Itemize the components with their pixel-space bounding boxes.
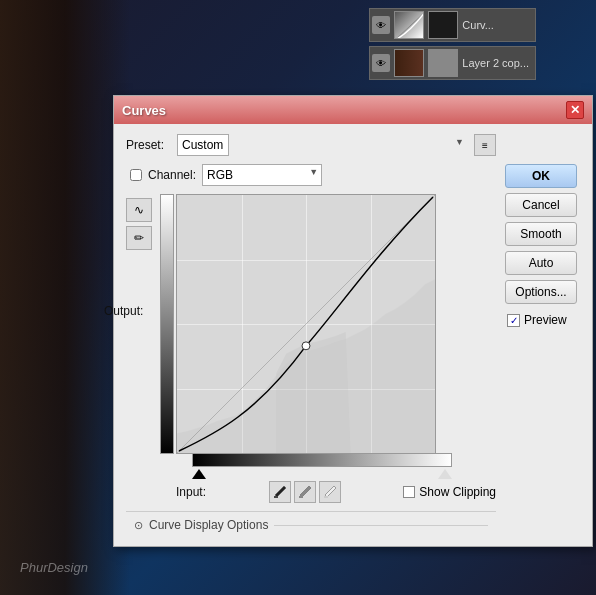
input-label: Input: — [176, 485, 206, 499]
right-buttons: OK Cancel Smooth Auto Options... ✓ Previ… — [505, 164, 580, 327]
eyedropper-group — [269, 481, 341, 503]
show-clipping-label: Show Clipping — [419, 485, 496, 499]
show-clipping-checkbox[interactable] — [403, 486, 415, 498]
auto-button[interactable]: Auto — [505, 251, 577, 275]
channel-select[interactable]: RGB Red Green Blue — [202, 164, 322, 186]
svg-point-2 — [302, 342, 310, 350]
preview-row: ✓ Preview — [505, 313, 580, 327]
layer-thumb-curves — [394, 11, 424, 39]
output-label: Output: — [104, 304, 143, 318]
curve-display-label: Curve Display Options — [149, 518, 268, 532]
preview-checkbox[interactable]: ✓ — [507, 314, 520, 327]
ok-button[interactable]: OK — [505, 164, 577, 188]
layer-eye-curves[interactable]: 👁 — [372, 16, 390, 34]
smooth-button[interactable]: Smooth — [505, 222, 577, 246]
layers-panel: 👁 Curv... 👁 Layer 2 cop... — [369, 8, 536, 80]
close-button[interactable]: ✕ — [566, 101, 584, 119]
layer-item-curves[interactable]: 👁 Curv... — [369, 8, 536, 42]
channel-check[interactable] — [130, 169, 142, 181]
cancel-button[interactable]: Cancel — [505, 193, 577, 217]
preset-select[interactable]: Custom — [177, 134, 229, 156]
curve-graph-area: Output: — [160, 194, 496, 503]
white-triangle-slider[interactable] — [438, 469, 452, 479]
dialog-body: Preset: Custom ≡ OK Cancel Smooth Auto O… — [114, 124, 592, 546]
dialog-content-area: OK Cancel Smooth Auto Options... ✓ Previ… — [126, 164, 580, 536]
channel-row: Channel: RGB Red Green Blue — [126, 164, 496, 186]
black-eyedropper[interactable] — [269, 481, 291, 503]
preset-select-wrapper: Custom — [177, 134, 468, 156]
show-clipping-area: Show Clipping — [403, 485, 496, 499]
watermark: PhurDesign — [20, 560, 88, 575]
channel-select-wrapper: RGB Red Green Blue — [202, 164, 322, 186]
layer-label-2: Layer 2 cop... — [462, 57, 529, 69]
triangle-sliders — [192, 467, 452, 479]
dialog-title: Curves — [122, 103, 166, 118]
svg-rect-5 — [324, 496, 328, 498]
channel-label: Channel: — [148, 168, 196, 182]
output-area: Output: — [160, 194, 496, 479]
preview-label: Preview — [524, 313, 567, 327]
curve-graph[interactable] — [176, 194, 436, 454]
gradient-bar-bottom — [192, 453, 452, 467]
expand-icon[interactable]: ⊙ — [134, 519, 143, 532]
svg-rect-3 — [274, 496, 278, 498]
layer-thumb-face — [394, 49, 424, 77]
input-row: Input: — [176, 481, 496, 503]
preset-icon-button[interactable]: ≡ — [474, 134, 496, 156]
curve-line — [177, 195, 435, 453]
layer-item-2[interactable]: 👁 Layer 2 cop... — [369, 46, 536, 80]
curve-display-options: ⊙ Curve Display Options — [126, 511, 496, 536]
layer-thumb-chain — [428, 49, 458, 77]
svg-rect-4 — [299, 496, 303, 498]
pencil-tool-button[interactable]: ✏ — [126, 226, 152, 250]
curve-tools: ∿ ✏ — [126, 194, 152, 503]
graph-wrapper — [176, 194, 496, 479]
options-line — [274, 525, 488, 526]
gradient-bar-left — [160, 194, 174, 454]
preset-row: Preset: Custom ≡ — [126, 134, 580, 156]
layer-thumb-mask — [428, 11, 458, 39]
curve-container: ∿ ✏ Output: — [126, 194, 496, 503]
layer-eye-2[interactable]: 👁 — [372, 54, 390, 72]
svg-line-0 — [395, 12, 424, 39]
curve-tool-button[interactable]: ∿ — [126, 198, 152, 222]
dialog-titlebar: Curves ✕ — [114, 96, 592, 124]
left-content: Channel: RGB Red Green Blue ∿ — [126, 164, 496, 536]
white-eyedropper[interactable] — [319, 481, 341, 503]
gray-eyedropper[interactable] — [294, 481, 316, 503]
black-triangle-slider[interactable] — [192, 469, 206, 479]
curves-dialog: Curves ✕ Preset: Custom ≡ OK Cancel Smoo… — [113, 95, 593, 547]
options-button[interactable]: Options... — [505, 280, 577, 304]
layer-label-curves: Curv... — [462, 19, 494, 31]
preset-label: Preset: — [126, 138, 171, 152]
